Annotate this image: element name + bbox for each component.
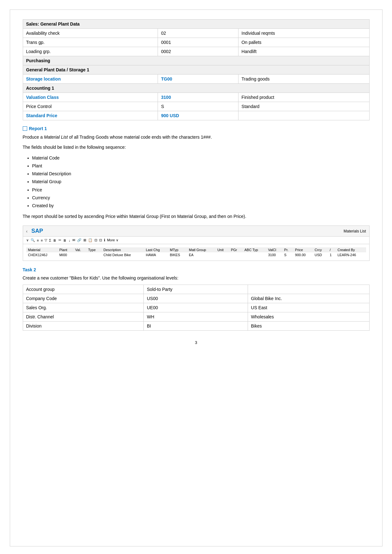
col-mtyp: MTyp: [168, 247, 187, 252]
toolbar-paste-icon[interactable]: 🗎: [63, 238, 67, 242]
col-slash: /: [328, 247, 336, 252]
toolbar-list-icon[interactable]: ≡: [37, 238, 39, 242]
list-item: Material Group: [32, 178, 370, 186]
sap-results-table: Material Plant Val. Type Description Las…: [26, 247, 366, 257]
table-row: Distr. Channel WH Wholesales: [23, 312, 369, 322]
toolbar-copy-icon[interactable]: 🗎: [53, 238, 57, 242]
loadinggrp-label: Loading grp.: [23, 47, 158, 56]
division-value: BI: [143, 322, 248, 331]
report1-body1-rest: of all Trading Goods whose material code…: [68, 135, 212, 140]
table-row: Availability check 02 Individual reqmts: [23, 29, 369, 38]
toolbar-list2-icon[interactable]: ≡: [41, 238, 43, 242]
col-lastchg: Last Chg: [144, 247, 168, 252]
col-material: Material: [26, 247, 57, 252]
cell-material: CHDX1246J: [26, 252, 57, 257]
col-pgr: PGr: [229, 247, 243, 252]
account-group-value: Sold-to Party: [143, 285, 248, 294]
cell-lastchg: HAWA: [144, 252, 168, 257]
report1-body2: The fields should be listed in the follo…: [23, 144, 370, 151]
division-label: Division: [23, 322, 143, 331]
toolbar-more-button[interactable]: More ∨: [107, 238, 118, 242]
purchasing-header-title: Purchasing: [23, 56, 369, 65]
toolbar-box1-icon[interactable]: ⊡: [94, 238, 97, 242]
toolbar-sum-icon[interactable]: Σ: [49, 238, 51, 242]
valuation-value: 3100: [158, 93, 238, 102]
standard-price-label: Standard Price: [23, 111, 158, 120]
sales-header-title: Sales: General Plant Data: [23, 20, 369, 29]
price-control-row: Price Control S Standard: [23, 102, 369, 111]
transgp-label: Trans gp.: [23, 38, 158, 47]
cell-slash: 1: [328, 252, 336, 257]
price-control-desc: Standard: [238, 102, 369, 111]
report1-section: Report 1 Produce a Material List of all …: [23, 126, 370, 220]
col-unit: Unit: [215, 247, 229, 252]
company-code-value: US00: [143, 294, 248, 303]
page-container: Sales: General Plant Data Availability c…: [10, 9, 383, 546]
distr-channel-desc: Wholesales: [248, 312, 369, 322]
toolbar-email-icon[interactable]: ✉: [72, 238, 75, 242]
sales-org-label: Sales Org.: [23, 303, 143, 312]
cell-createdby: LEARN-246: [335, 252, 366, 257]
col-crcy: Crcy: [313, 247, 328, 252]
toolbar-link-icon[interactable]: 🔗: [77, 238, 81, 242]
report1-icon: [23, 126, 27, 131]
standard-price-row: Standard Price 900 USD: [23, 111, 369, 120]
storage-location-label: Storage location: [23, 75, 158, 84]
price-control-value: S: [158, 102, 238, 111]
toolbar-info-icon[interactable]: ℹ: [104, 238, 105, 242]
division-desc: Bikes: [248, 322, 369, 331]
task2-title: Task 2: [23, 267, 370, 272]
table-row: Division BI Bikes: [23, 322, 369, 331]
task2-intro: Create a new customer "Bikes for Kids". …: [23, 275, 370, 281]
table-row: Company Code US00 Global Bike Inc.: [23, 294, 369, 303]
list-item: Created by: [32, 202, 370, 210]
cell-valcl: 3100: [266, 252, 282, 257]
cell-pr: S: [282, 252, 293, 257]
toolbar-dropdown[interactable]: ∨: [26, 238, 29, 242]
cell-matlgroup: EA: [187, 252, 215, 257]
col-type: Type: [86, 247, 102, 252]
toolbar-grid-icon[interactable]: ⊞: [83, 238, 86, 242]
back-arrow-icon[interactable]: ‹: [26, 229, 28, 234]
cell-plant: MI00: [57, 252, 73, 257]
cell-price: 900.00: [293, 252, 313, 257]
sales-header-row: Sales: General Plant Data: [23, 20, 369, 29]
general-plant-header-title: General Plant Data / Storage 1: [23, 65, 369, 75]
loadinggrp-desc: Handlift: [238, 47, 369, 56]
general-plant-header-row: General Plant Data / Storage 1: [23, 65, 369, 75]
list-item: Material Description: [32, 170, 370, 178]
toolbar-search-icon[interactable]: 🔍: [31, 238, 35, 242]
sales-general-plant-table: Sales: General Plant Data Availability c…: [23, 19, 370, 120]
report1-body1-text: Produce a: [23, 135, 44, 140]
purchasing-header-row: Purchasing: [23, 56, 369, 65]
sap-screenshot: ‹ SAP Materials List ∨ 🔍 ≡ ≡ ▽ Σ 🗎 ✂ 🗎 ↓…: [23, 226, 370, 261]
valuation-desc: Finished product: [238, 93, 369, 102]
col-createdby: Created By: [335, 247, 366, 252]
sap-window-title: Materials List: [344, 229, 366, 233]
toolbar-box2-icon[interactable]: ⊡: [99, 238, 102, 242]
account-group-desc: [248, 285, 369, 294]
sap-table-header-row: Material Plant Val. Type Description Las…: [26, 247, 366, 252]
valuation-row: Valuation Class 3100 Finished product: [23, 93, 369, 102]
storage-location-value: TG00: [158, 75, 238, 84]
cell-val: [73, 252, 86, 257]
sap-content: Material Plant Val. Type Description Las…: [23, 244, 369, 261]
loadinggrp-value: 0002: [158, 47, 238, 56]
toolbar-download-icon[interactable]: ↓: [69, 238, 70, 242]
cell-crcy: USD: [313, 252, 328, 257]
account-group-label: Account group: [23, 285, 143, 294]
page-number: 3: [23, 340, 370, 345]
toolbar-table-icon[interactable]: 📋: [88, 238, 93, 242]
cell-unit: [215, 252, 229, 257]
col-price: Price: [293, 247, 313, 252]
report1-title-text: Report 1: [29, 126, 47, 131]
toolbar-filter-icon[interactable]: ▽: [45, 238, 47, 242]
storage-location-row: Storage location TG00 Trading goods: [23, 75, 369, 84]
storage-location-desc: Trading goods: [238, 75, 369, 84]
transgp-desc: On pallets: [238, 38, 369, 47]
toolbar-cut-icon[interactable]: ✂: [58, 238, 61, 242]
col-description: Description: [102, 247, 144, 252]
col-valcl: ValCl: [266, 247, 282, 252]
table-row: Loading grp. 0002 Handlift: [23, 47, 369, 56]
cell-abctyp: [243, 252, 266, 257]
